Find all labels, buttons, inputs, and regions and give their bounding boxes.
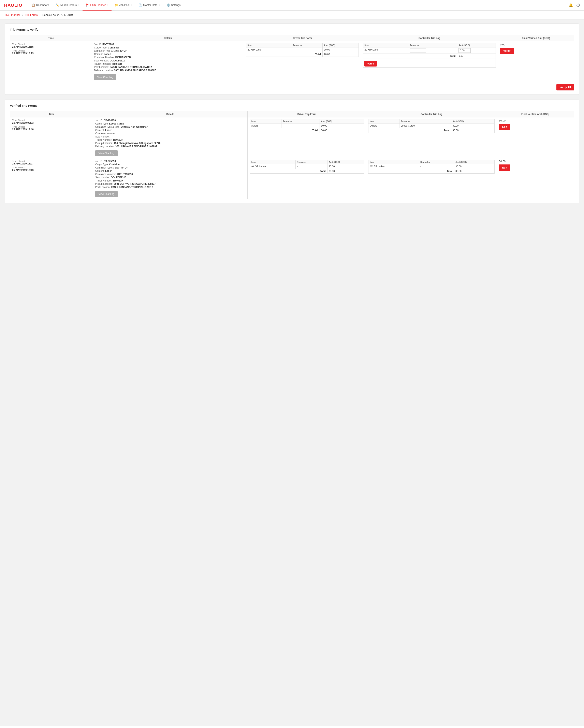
ctrl-amt-th: Amt (SGD)	[457, 43, 496, 48]
trailer-num: TR4657H	[111, 62, 122, 65]
notification-icon[interactable]: 🔔	[568, 3, 573, 7]
content-label: Content:	[94, 53, 103, 56]
ctrl-total-row: Total: 0.00	[363, 54, 496, 58]
hcs-planner-icon: 🚩	[86, 3, 89, 7]
table-row: Time Started: 25 APR 2019 09:03 Time End…	[10, 118, 574, 158]
nav-settings[interactable]: ⚙️ Settings	[163, 0, 184, 10]
header-icons: 🔔 ⏻	[568, 3, 580, 7]
vctrl-cell-1: Item Remarks Amt (SGD) 40' GP Laden - 30…	[366, 158, 497, 199]
nav-all-job-orders[interactable]: ✏️ All Job Orders ▾	[52, 0, 82, 10]
chevron-down-icon-hcs: ▾	[107, 4, 108, 6]
master-data-icon: 📄	[139, 3, 142, 7]
vdriver-cell-0: Item Remarks Amt (SGD) Others - 30.00	[247, 118, 366, 158]
vfinal-amt-1: 30.00	[499, 160, 572, 163]
driver-item-th: Item	[246, 43, 291, 48]
th-time: Time	[10, 35, 92, 42]
time-started-value: 25 APR 2019 16:55	[12, 46, 90, 48]
breadcrumb-hcs[interactable]: HCS Planner	[5, 14, 20, 17]
vtime-started-0: 25 APR 2019 09:03	[12, 122, 91, 124]
ctrl-amt	[457, 48, 496, 54]
table-row: Time Started: 25 APR 2019 13:07 Time End…	[10, 158, 574, 199]
trip-forms-to-verify-section: Trip Forms to verify Time Details Driver…	[5, 24, 579, 95]
vdriver-cell-1: Item Remarks Amt (SGD) 40' GP Laden - 30…	[247, 158, 366, 199]
chevron-down-icon-pool: ▾	[131, 4, 132, 6]
nav-master-data[interactable]: 📄 Master Data ▾	[135, 0, 163, 10]
controller-trip-log-cell: Item Remarks Amt (SGD) 20' GP Laden	[361, 42, 498, 82]
cargo-type-label: Cargo Type:	[94, 46, 107, 49]
breadcrumb-trip-forms[interactable]: Trip Forms	[25, 14, 37, 17]
header: HAULIO 📋 Dashboard ✏️ All Job Orders ▾ 🚩…	[0, 0, 584, 10]
nav-hcs-planner[interactable]: 🚩 HCS Planner ▾	[82, 0, 111, 10]
vdetails-cell-0: Job ID: OT-274859 Cargo Type: Loose Carg…	[93, 118, 247, 158]
vdetails-cell-1: Job ID: EX-875696 Cargo Type: Container …	[93, 158, 247, 199]
trip-forms-to-verify-title: Trip Forms to verify	[10, 28, 574, 31]
th-final: Final Verified Amt (SGD)	[498, 35, 574, 42]
table-row: Time Started: 25 APR 2019 16:55 Time End…	[10, 42, 574, 82]
add-new-item-button[interactable]: Verify	[364, 61, 377, 67]
vtime-cell-0: Time Started: 25 APR 2019 09:03 Time End…	[10, 118, 93, 158]
vtime-started-1: 25 APR 2019 13:07	[12, 162, 91, 165]
breadcrumb: HCS Planner › Trip Forms › Sebbie Lee: 2…	[0, 10, 584, 20]
driver-item: 20' GP Laden	[246, 48, 291, 52]
container-num: KKTU7960710	[115, 56, 131, 59]
vth-details: Details	[93, 111, 247, 118]
ctrl-remarks-input[interactable]	[409, 48, 426, 53]
vth-final: Final Verified Amt (SGD)	[497, 111, 574, 118]
job-pool-icon: 📁	[115, 3, 118, 7]
container-size-label: Container Type & Size:	[94, 50, 119, 52]
th-controller: Controller Trip Log	[361, 35, 498, 42]
delivery-location-label: Delivery Location:	[94, 69, 113, 72]
vtime-ended-1: 25 APR 2019 16:43	[12, 169, 91, 172]
nav-all-job-orders-label: All Job Orders	[60, 3, 77, 6]
delivery-location: 3001 UBI AVE 4 SINGAPORE 408897	[114, 69, 156, 72]
nav-settings-label: Settings	[171, 3, 181, 6]
breadcrumb-current: Sebbie Lee: 25 APR 2019	[43, 14, 73, 17]
port-location-label: Port Location:	[94, 66, 109, 69]
content: Laden	[104, 53, 111, 56]
container-size: 20' GP	[120, 50, 127, 52]
vtime-ended-label-0: Time Ended:	[12, 126, 91, 128]
vfinal-cell-1: 30.00 Edit	[497, 158, 574, 199]
port-location: PASIR PANJANG TERMINAL GATE 2	[110, 66, 152, 69]
th-details: Details	[92, 35, 244, 42]
vth-driver: Driver Trip Form	[247, 111, 366, 118]
nav-hcs-planner-label: HCS Planner	[90, 3, 106, 6]
seal-num: OOLFDF1310	[109, 59, 125, 62]
final-verified-cell: 0.00 Verify	[498, 42, 574, 82]
ctrl-item-row: 20' GP Laden	[363, 48, 496, 54]
nav-job-pool[interactable]: 📁 Job Pool ▾	[111, 0, 135, 10]
logo: HAULIO	[4, 3, 22, 8]
view-chat-log-button-verified-0[interactable]: View Chat Log	[95, 150, 117, 156]
details-cell: Job ID: IM-576283 Cargo Type: Container …	[92, 42, 244, 82]
verify-all-button[interactable]: Verify All	[556, 84, 574, 90]
vfinal-cell-0: 30.00 Edit	[497, 118, 574, 158]
edit-button-1[interactable]: Edit	[499, 164, 510, 171]
verified-trip-forms-table: Time Details Driver Trip Form Controller…	[10, 111, 574, 199]
vtime-ended-label-1: Time Ended:	[12, 166, 91, 169]
view-chat-log-button-verify-0[interactable]: View Chat Log	[94, 74, 116, 80]
logout-icon[interactable]: ⏻	[576, 3, 580, 7]
nav-dashboard[interactable]: 📋 Dashboard	[28, 0, 52, 10]
verify-button[interactable]: Verify	[500, 48, 514, 54]
driver-amt-th: Amt (SGD)	[323, 43, 359, 48]
ctrl-item: 20' GP Laden	[363, 48, 408, 54]
cargo-type: Container	[108, 46, 119, 49]
container-num-label: Container Number:	[94, 56, 114, 59]
final-verified-amt: 0.00	[500, 43, 572, 46]
trailer-num-label: Trailer Number:	[94, 62, 111, 65]
driver-remarks-th: Remarks	[291, 43, 323, 48]
verified-trip-forms-section: Verified Trip Forms Time Details Driver …	[5, 100, 579, 203]
main-content: Trip Forms to verify Time Details Driver…	[0, 20, 584, 726]
vth-controller: Controller Trip Log	[366, 111, 497, 118]
footer: Copyright © 2019 Haulio Pte. Ltd. All ri…	[0, 726, 584, 728]
time-started-label: Time Started:	[12, 43, 90, 46]
edit-button-0[interactable]: Edit	[499, 124, 510, 130]
nav-master-data-label: Master Data	[143, 3, 158, 6]
view-chat-log-button-verified-1[interactable]: View Chat Log	[95, 191, 117, 197]
job-orders-icon: ✏️	[56, 3, 59, 7]
ctrl-amt-input[interactable]	[458, 48, 471, 53]
main-nav: 📋 Dashboard ✏️ All Job Orders ▾ 🚩 HCS Pl…	[28, 0, 568, 10]
ctrl-item-row: Others Loose Cargo 30.00	[368, 124, 495, 128]
ctrl-remarks-th: Remarks	[408, 43, 457, 48]
dashboard-icon: 📋	[32, 3, 35, 7]
